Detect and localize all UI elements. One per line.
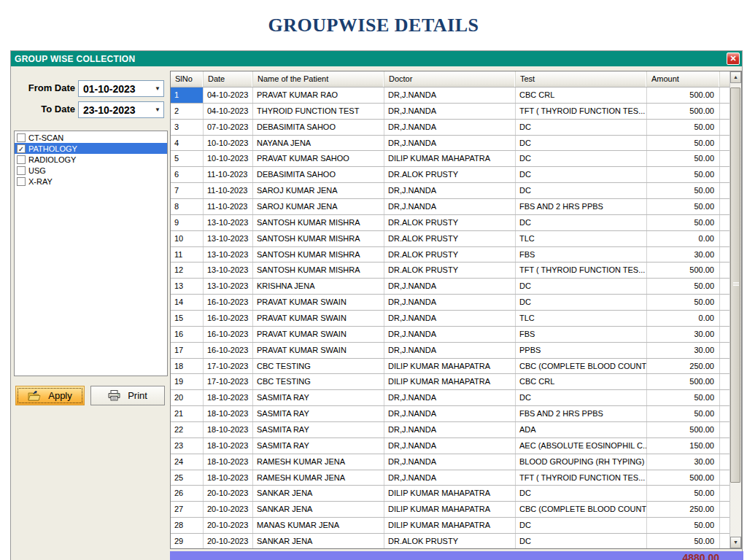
table-row[interactable]: 2318-10-2023SASMITA RAYDR,J.NANDAAEC (AB… — [171, 438, 729, 454]
table-row[interactable]: 2418-10-2023RAMESH KUMAR JENADR,J.NANDAB… — [171, 454, 729, 470]
to-date-combo[interactable]: 23-10-2023 ▼ — [78, 101, 164, 118]
table-row[interactable]: 1113-10-2023SANTOSH KUMAR MISHRADR.ALOK … — [171, 247, 729, 263]
checkbox-icon[interactable] — [17, 166, 26, 175]
cell-doctor: DR,J.NANDA — [384, 279, 516, 294]
group-item-ct-scan[interactable]: CT-SCAN — [15, 132, 167, 143]
table-row[interactable]: 1313-10-2023KRISHNA JENADR,J.NANDADC50.0… — [171, 279, 729, 295]
column-header-slno[interactable]: SlNo — [171, 71, 204, 87]
apply-button[interactable]: Apply — [15, 386, 85, 405]
checkbox-checked-icon[interactable]: ✓ — [17, 144, 26, 153]
group-item-pathology[interactable]: ✓PATHOLOGY — [15, 143, 167, 154]
table-row[interactable]: 2518-10-2023RAMESH KUMAR JENADR,J.NANDAT… — [171, 470, 729, 486]
cell-amount: 50.00 — [647, 534, 720, 548]
cell-doctor: DR,J.NANDA — [384, 136, 516, 151]
chevron-down-icon[interactable]: ▼ — [152, 85, 163, 92]
table-row[interactable]: 811-10-2023SAROJ KUMAR JENADR,J.NANDAFBS… — [171, 199, 729, 215]
cell-amount: 50.00 — [647, 183, 720, 198]
cell-test: CBC CRL — [516, 88, 647, 103]
page-title: GROUPWISE DETAILS — [0, 15, 747, 36]
print-button[interactable]: Print — [90, 386, 165, 405]
column-header-amount[interactable]: Amount — [647, 71, 720, 87]
cell-date: 13-10-2023 — [204, 262, 253, 278]
table-row[interactable]: 2920-10-2023SANKAR JENADR.ALOK PRUSTYDC5… — [171, 534, 729, 548]
cell-amount: 500.00 — [647, 262, 720, 278]
cell-name-of-the-patient: RAMESH KUMAR JENA — [253, 454, 384, 470]
table-row[interactable]: 711-10-2023SAROJ KUMAR JENADR,J.NANDADC5… — [171, 183, 729, 199]
cell-test: CBC (COMPLETE BLOOD COUNT) — [516, 359, 647, 374]
table-row[interactable]: 1516-10-2023PRAVAT KUMAR SWAINDR,J.NANDA… — [171, 311, 729, 327]
cell-name-of-the-patient: SANKAR JENA — [253, 486, 384, 501]
cell-name-of-the-patient: PRAVAT KUMAR SWAIN — [253, 327, 384, 342]
cell-date: 13-10-2023 — [204, 215, 253, 230]
table-row[interactable]: 1917-10-2023CBC TESTINGDILIP KUMAR MAHAP… — [171, 374, 729, 390]
cell-test: TFT ( THYROID FUNCTION TES... — [516, 470, 647, 486]
cell-test: DC — [516, 120, 647, 135]
table-row[interactable]: 1716-10-2023PRAVAT KUMAR SWAINDR,J.NANDA… — [171, 343, 729, 359]
checkbox-icon[interactable] — [17, 155, 26, 164]
table-row[interactable]: 510-10-2023PRAVAT KUMAR SAHOODILIP KUMAR… — [171, 151, 729, 167]
scrollbar-thumb[interactable] — [730, 88, 740, 483]
column-header-name-of-the-patient[interactable]: Name of the Patient — [253, 71, 384, 87]
cell-doctor: DILIP KUMAR MAHAPATRA — [384, 374, 516, 389]
vertical-scrollbar[interactable]: ▲ ▼ — [729, 71, 741, 548]
table-row[interactable]: 2820-10-2023MANAS KUMAR JENADILIP KUMAR … — [171, 518, 729, 534]
cell-doctor: DILIP KUMAR MAHAPATRA — [384, 486, 516, 501]
cell-amount: 0.00 — [647, 231, 720, 246]
table-row[interactable]: 2720-10-2023SANKAR JENADILIP KUMAR MAHAP… — [171, 502, 729, 518]
table-row[interactable]: 2620-10-2023SANKAR JENADILIP KUMAR MAHAP… — [171, 486, 729, 502]
cell-test: CBC (COMPLETE BLOOD COUNT) — [516, 502, 647, 517]
table-row[interactable]: 104-10-2023PRAVAT KUMAR RAODR,J.NANDACBC… — [171, 88, 729, 104]
cell-slno: 13 — [171, 279, 204, 294]
table-row[interactable]: 410-10-2023NAYANA JENADR,J.NANDADC50.00 — [171, 136, 729, 152]
cell-test: DC — [516, 534, 647, 548]
table-row[interactable]: 2018-10-2023SASMITA RAYDR,J.NANDADC50.00 — [171, 390, 729, 406]
scroll-down-icon[interactable]: ▼ — [730, 537, 741, 548]
table-row[interactable]: 2218-10-2023SASMITA RAYDR,J.NANDAADA500.… — [171, 422, 729, 438]
checkbox-icon[interactable] — [17, 177, 26, 186]
cell-date: 20-10-2023 — [204, 534, 253, 548]
table-row[interactable]: 1213-10-2023SANTOSH KUMAR MISHRADR.ALOK … — [171, 262, 729, 279]
from-date-combo[interactable]: 01-10-2023 ▼ — [78, 80, 164, 97]
chevron-down-icon[interactable]: ▼ — [152, 106, 163, 113]
cell-name-of-the-patient: SASMITA RAY — [253, 422, 384, 438]
cell-amount: 50.00 — [647, 151, 720, 166]
table-row[interactable]: 1013-10-2023SANTOSH KUMAR MISHRADR.ALOK … — [171, 231, 729, 247]
cell-doctor: DR,J.NANDA — [384, 454, 516, 470]
group-item-x-ray[interactable]: X-RAY — [15, 176, 167, 187]
table-row[interactable]: 611-10-2023DEBASIMITA SAHOODR.ALOK PRUST… — [171, 167, 729, 183]
cell-date: 18-10-2023 — [204, 470, 253, 486]
table-row[interactable]: 204-10-2023THYROID FUNCTION TESTDR,J.NAN… — [171, 104, 729, 120]
cell-slno: 18 — [171, 359, 204, 374]
cell-slno: 29 — [171, 534, 204, 548]
group-item-radiology[interactable]: RADIOLOGY — [15, 154, 167, 165]
cell-test: AEC (ABSOLUTE EOSINOPHIL C... — [516, 438, 647, 454]
table-row[interactable]: 913-10-2023SANTOSH KUMAR MISHRADR.ALOK P… — [171, 215, 729, 231]
table-row[interactable]: 1416-10-2023PRAVAT KUMAR SWAINDR,J.NANDA… — [171, 295, 729, 311]
column-header-date[interactable]: Date — [204, 71, 253, 87]
cell-doctor: DR.ALOK PRUSTY — [384, 247, 516, 262]
table-row[interactable]: 2118-10-2023SASMITA RAYDR,J.NANDAFBS AND… — [171, 406, 729, 422]
cell-amount: 50.00 — [647, 518, 720, 533]
checkbox-icon[interactable] — [17, 133, 26, 142]
cell-name-of-the-patient: SASMITA RAY — [253, 406, 384, 421]
cell-slno: 17 — [171, 343, 204, 358]
group-item-usg[interactable]: USG — [15, 165, 167, 176]
cell-amount: 500.00 — [647, 374, 720, 389]
cell-slno: 8 — [171, 199, 204, 214]
column-header-doctor[interactable]: Doctor — [384, 71, 516, 87]
cell-amount: 50.00 — [647, 406, 720, 421]
table-row[interactable]: 307-10-2023DEBASIMITA SAHOODR,J.NANDADC5… — [171, 120, 729, 136]
cell-test: DC — [516, 183, 647, 198]
scroll-up-icon[interactable]: ▲ — [730, 71, 741, 83]
column-header-test[interactable]: Test — [516, 71, 647, 87]
table-row[interactable]: 1616-10-2023PRAVAT KUMAR SWAINDR,J.NANDA… — [171, 327, 729, 343]
cell-name-of-the-patient: SASMITA RAY — [253, 438, 384, 454]
cell-slno: 1 — [171, 88, 204, 103]
table-rows: 104-10-2023PRAVAT KUMAR RAODR,J.NANDACBC… — [171, 88, 729, 548]
scrollbar-track[interactable] — [730, 83, 741, 537]
close-icon[interactable]: ✕ — [727, 52, 740, 65]
from-date-value: 01-10-2023 — [79, 83, 152, 95]
table-row[interactable]: 1817-10-2023CBC TESTINGDILIP KUMAR MAHAP… — [171, 359, 729, 375]
cell-doctor: DILIP KUMAR MAHAPATRA — [384, 518, 516, 533]
cell-doctor: DR,J.NANDA — [384, 470, 516, 486]
